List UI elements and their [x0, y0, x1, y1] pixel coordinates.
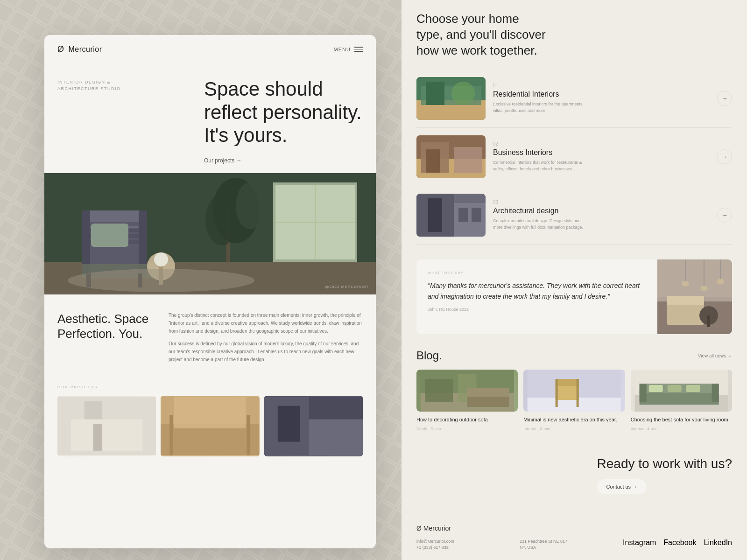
hero-title: Space should reflect personality. It's y…	[204, 77, 363, 147]
service-thumb-business	[416, 135, 486, 178]
footer-contact: info@Mercurior.com +1 (333) 617 839	[416, 539, 512, 551]
blog-card-meta-1: World · 5 min	[416, 427, 518, 431]
menu-button[interactable]: MENU	[334, 47, 363, 52]
svg-rect-93	[712, 384, 719, 402]
testimonial-quote: "Many thanks for mercurior's assistance.…	[428, 280, 646, 301]
service-desc-2: Commercial interiors that work for resta…	[493, 160, 586, 172]
footer-social: Instagram Facebook LinkedIn	[623, 539, 732, 551]
menu-label: MENU	[334, 47, 351, 52]
hamburger-icon	[354, 47, 363, 52]
cta-section: Ready to work with us? Contact us →	[416, 444, 732, 505]
svg-point-69	[700, 286, 708, 291]
svg-rect-94	[648, 385, 662, 392]
svg-rect-61	[458, 208, 468, 222]
svg-rect-56	[426, 149, 440, 173]
footer-facebook[interactable]: Facebook	[663, 539, 696, 547]
about-title: Aesthetic. Space Perfection. You.	[57, 311, 155, 342]
svg-rect-39	[161, 424, 259, 455]
svg-rect-81	[467, 388, 509, 397]
blog-card-title-2: Minimal is new aesthetic era on this yea…	[523, 416, 625, 423]
blog-card-3[interactable]: Choosing the best sofa for your living r…	[631, 370, 732, 431]
service-num-2: 02	[493, 141, 710, 147]
contact-button-label: Contact us →	[606, 484, 638, 490]
service-title-3: Architectural design	[493, 207, 710, 215]
hero-image: @2022 MERCURIOR	[44, 173, 376, 294]
footer-address: 231 Peachtree St NE 817 NY, USA	[520, 539, 615, 551]
svg-rect-92	[639, 384, 646, 402]
website-card: Ø Mercurior MENU INTERIOR DESIGN & ARCHI…	[44, 35, 376, 548]
blog-img-2	[523, 370, 625, 412]
svg-rect-80	[467, 395, 509, 407]
service-list: 01 Residential Interiors Exclusive resid…	[416, 70, 732, 245]
choose-section: Choose your home type, and you'll discov…	[416, 11, 732, 245]
about-text: The group's distinct concept is founded …	[169, 311, 363, 368]
svg-point-51	[451, 82, 475, 105]
service-num-3: 03	[493, 200, 710, 205]
service-thumb-residential	[416, 77, 486, 120]
navbar: Ø Mercurior MENU	[44, 35, 376, 63]
footer-address-line1: 231 Peachtree St NE 817	[520, 539, 615, 545]
service-info-2: 02 Business Interiors Commercial interio…	[493, 141, 710, 172]
choose-title: Choose your home type, and you'll discov…	[416, 11, 547, 58]
service-num-1: 01	[493, 83, 710, 88]
hero-subtitle: INTERIOR DESIGN & ARCHITECTURE STUDIO	[57, 79, 121, 92]
svg-point-32	[154, 252, 168, 266]
blog-section: Blog. View all news → How to decorat	[416, 349, 732, 431]
service-arrow-2[interactable]: →	[717, 149, 732, 164]
blog-card-1[interactable]: How to decorating outdoor sofa World · 5…	[416, 370, 518, 431]
svg-rect-46	[309, 419, 363, 455]
service-title-2: Business Interiors	[493, 148, 710, 157]
hero-projects-link[interactable]: Our projects →	[204, 157, 363, 164]
svg-rect-36	[71, 419, 143, 450]
svg-rect-86	[556, 379, 558, 407]
svg-rect-45	[277, 406, 300, 441]
footer-social-links: Instagram Facebook LinkedIn	[623, 539, 732, 547]
blog-card-meta-2: Interior · 8 min	[523, 427, 625, 431]
service-desc-1: Exclusive residential interiors for the …	[493, 101, 586, 114]
project-thumb-3[interactable]	[264, 396, 363, 456]
testimonial-text-block: WHAT THEY SAY "Many thanks for mercurior…	[416, 259, 657, 334]
footer-phone: +1 (333) 617 839	[416, 545, 512, 551]
logo: Ø Mercurior	[57, 44, 102, 54]
service-info-1: 01 Residential Interiors Exclusive resid…	[493, 83, 710, 114]
footer-instagram[interactable]: Instagram	[623, 539, 656, 547]
svg-rect-73	[667, 296, 704, 305]
blog-card-2[interactable]: Minimal is new aesthetic era on this yea…	[523, 370, 625, 431]
contact-button[interactable]: Contact us →	[597, 479, 647, 494]
service-item-2[interactable]: 02 Business Interiors Commercial interio…	[416, 128, 732, 186]
svg-rect-96	[686, 385, 700, 392]
footer-logo: Ø Mercurior	[416, 525, 732, 532]
logo-text: Mercurior	[68, 45, 102, 53]
footer-email: info@Mercurior.com	[416, 539, 512, 545]
view-all-link[interactable]: View all news →	[698, 353, 732, 358]
testimonial-label: WHAT THEY SAY	[428, 271, 646, 275]
svg-rect-37	[93, 424, 102, 451]
svg-rect-40	[174, 397, 246, 428]
svg-point-71	[717, 279, 724, 284]
service-item-1[interactable]: 01 Residential Interiors Exclusive resid…	[416, 70, 732, 128]
blog-header: Blog. View all news →	[416, 349, 732, 362]
blog-card-meta-3: Interior · 4 min	[631, 427, 732, 431]
service-item-3[interactable]: 03 Architectural design Complex architec…	[416, 186, 732, 245]
footer-address-line2: NY, USA	[520, 545, 615, 551]
blog-card-title-1: How to decorating outdoor sofa	[416, 416, 518, 423]
svg-rect-41	[170, 415, 174, 455]
svg-rect-75	[707, 315, 710, 327]
project-thumb-1[interactable]	[57, 396, 156, 456]
svg-rect-59	[428, 198, 442, 232]
footer: Ø Mercurior info@Mercurior.com +1 (333) …	[416, 515, 732, 551]
svg-rect-42	[247, 415, 251, 455]
service-arrow-1[interactable]: →	[717, 91, 732, 106]
svg-rect-95	[667, 385, 681, 392]
footer-linkedin[interactable]: LinkedIn	[704, 539, 733, 547]
service-arrow-3[interactable]: →	[717, 208, 732, 223]
svg-rect-85	[556, 379, 579, 386]
footer-logo-symbol: Ø	[416, 525, 422, 532]
blog-card-title-3: Choosing the best sofa for your living r…	[631, 416, 732, 423]
svg-point-16	[205, 194, 238, 245]
service-desc-3: Complex architectural design. Design sty…	[493, 218, 586, 231]
svg-rect-62	[472, 208, 481, 222]
project-thumb-2[interactable]	[161, 396, 259, 456]
footer-logo-name: Mercurior	[423, 525, 451, 532]
svg-rect-50	[426, 82, 444, 105]
